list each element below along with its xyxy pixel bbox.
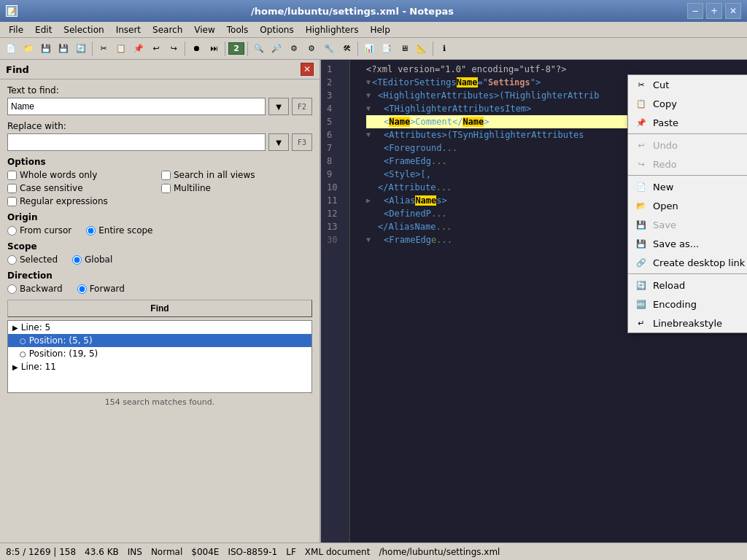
case-sensitive-checkbox[interactable] (7, 184, 17, 193)
minimize-button[interactable]: − (687, 3, 703, 19)
status-size: 43.6 KB (85, 547, 119, 557)
text-to-find-input[interactable] (7, 98, 266, 115)
regular-expressions-option[interactable]: Regular expressions (7, 196, 158, 206)
global-radio[interactable] (72, 255, 82, 265)
search-all-views-checkbox[interactable] (161, 171, 171, 180)
toolbar-redo[interactable]: ↪ (166, 41, 182, 57)
toolbar-paste[interactable]: 📌 (131, 41, 147, 57)
status-doc-type: XML document (305, 547, 371, 557)
toolbar-macro2[interactable]: ⏭ (206, 41, 222, 57)
entire-scope-option[interactable]: Entire scope (86, 225, 152, 236)
text-to-find-row: ▼ F2 (7, 98, 312, 115)
result-pos-5-5[interactable]: ○ Position: (5, 5) (8, 334, 311, 347)
toolbar-settings1[interactable]: ⚙ (286, 41, 302, 57)
menu-file[interactable]: File (3, 23, 29, 36)
menu-search[interactable]: Search (147, 23, 188, 36)
ctx-sep-3 (628, 273, 747, 274)
toolbar-open-folder[interactable]: 📁 (20, 41, 36, 57)
menu-highlighters[interactable]: Highlighters (300, 23, 365, 36)
whole-words-option[interactable]: Whole words only (7, 170, 158, 180)
toolbar-reload[interactable]: 🔄 (73, 41, 89, 57)
toolbar-settings2[interactable]: ⚙ (303, 41, 320, 57)
toolbar-sep-3 (225, 42, 225, 56)
toolbar-cut[interactable]: ✂ (96, 41, 112, 57)
ctx-redo[interactable]: ↪ Redo Ctrl+Shift+Z (628, 155, 747, 174)
result-pos-19-5[interactable]: ○ Position: (19, 5) (8, 347, 311, 360)
options-grid: Whole words only Search in all views Cas… (7, 170, 312, 206)
find-body: Text to find: ▼ F2 Replace with: ▼ F3 Op… (0, 79, 320, 414)
toolbar-macro[interactable]: ⏺ (188, 41, 204, 57)
menu-tools[interactable]: Tools (221, 23, 255, 36)
menu-options[interactable]: Options (254, 23, 299, 36)
find-button[interactable]: Find (7, 300, 312, 317)
forward-option[interactable]: Forward (77, 284, 125, 294)
ctx-undo[interactable]: ↩ Undo Ctrl+Z (628, 136, 747, 155)
ctx-cut[interactable]: ✂ Cut Ctrl+X (628, 75, 747, 94)
titlebar: 📝 /home/lubuntu/settings.xml - Notepas −… (0, 0, 747, 22)
find-panel: Find ✕ Text to find: ▼ F2 Replace with: … (0, 60, 321, 542)
toolbar-new[interactable]: 📄 (3, 41, 19, 57)
result-line-11[interactable]: ▶ Line: 11 (8, 360, 311, 373)
ctx-encoding[interactable]: 🔤 Encoding ▶ (628, 295, 747, 314)
multiline-option[interactable]: Multiline (161, 183, 312, 193)
menu-help[interactable]: Help (364, 23, 395, 36)
selected-radio[interactable] (7, 255, 17, 265)
close-button[interactable]: ✕ (725, 3, 741, 19)
regular-expressions-checkbox[interactable] (7, 197, 17, 206)
toolbar-sep-1 (92, 42, 93, 56)
ctx-reload[interactable]: 🔄 Reload F5 (628, 276, 747, 295)
maximize-button[interactable]: + (706, 3, 722, 19)
menu-insert[interactable]: Insert (110, 23, 147, 36)
ctx-paste[interactable]: 📌 Paste Ctrl+V (628, 113, 747, 132)
editor-area[interactable]: 1 2 3 4 5 6 7 8 9 10 11 12 13 30 <?xml v… (321, 60, 747, 542)
from-cursor-label: From cursor (20, 225, 71, 236)
toolbar-undo[interactable]: ↩ (148, 41, 164, 57)
text-to-find-label: Text to find: (7, 85, 312, 96)
ctx-save-as[interactable]: 💾 Save as... Ctrl+Shift+S (628, 234, 747, 253)
toolbar-save[interactable]: 💾 (38, 41, 54, 57)
global-option[interactable]: Global (72, 254, 112, 265)
search-all-views-option[interactable]: Search in all views (161, 170, 312, 180)
replace-with-input[interactable] (7, 133, 266, 151)
ctx-new[interactable]: 📄 New Ctrl+N (628, 177, 747, 196)
menu-view[interactable]: View (188, 23, 220, 36)
toolbar-info[interactable]: ℹ (436, 41, 452, 57)
ctx-save[interactable]: 💾 Save Ctrl+S (628, 215, 747, 234)
toolbar-more3[interactable]: 🖥 (396, 41, 412, 57)
entire-scope-radio[interactable] (86, 226, 96, 236)
from-cursor-option[interactable]: From cursor (7, 225, 71, 236)
replace-with-dropdown[interactable]: ▼ (268, 133, 289, 151)
text-to-find-dropdown[interactable]: ▼ (268, 98, 289, 115)
cut-icon: ✂ (634, 77, 649, 92)
toolbar-more2[interactable]: 📑 (379, 41, 395, 57)
result-line-5[interactable]: ▶ Line: 5 (8, 321, 311, 334)
toolbar-filter[interactable]: 🔎 (268, 41, 285, 57)
menu-edit[interactable]: Edit (29, 23, 58, 36)
ctx-desktop-link[interactable]: 🔗 Create desktop link Ctrl+Alt+L (628, 253, 747, 272)
toolbar-more4[interactable]: 📐 (414, 41, 430, 57)
find-results[interactable]: ▶ Line: 5 ○ Position: (5, 5) ○ Position:… (7, 320, 312, 393)
toolbar-save-all[interactable]: 💾 (55, 41, 71, 57)
toolbar-sep-4 (247, 42, 248, 56)
toolbar: 📄 📁 💾 💾 🔄 ✂ 📋 📌 ↩ ↪ ⏺ ⏭ 2 🔍 🔎 ⚙ ⚙ 🔧 🛠 📊 … (0, 38, 747, 60)
selected-option[interactable]: Selected (7, 254, 58, 265)
toolbar-settings3[interactable]: 🔧 (321, 41, 337, 57)
toolbar-copy[interactable]: 📋 (113, 41, 129, 57)
result-text-11: Line: 11 (21, 362, 56, 372)
ctx-open[interactable]: 📂 Open Ctrl+O (628, 196, 747, 215)
toolbar-search[interactable]: 🔍 (251, 41, 267, 57)
case-sensitive-option[interactable]: Case sensitive (7, 183, 158, 193)
toolbar-more1[interactable]: 📊 (361, 41, 377, 57)
multiline-checkbox[interactable] (161, 184, 171, 193)
backward-option[interactable]: Backward (7, 284, 63, 294)
ctx-save-as-label: Save as... (653, 238, 747, 249)
backward-radio[interactable] (7, 284, 17, 294)
toolbar-settings4[interactable]: 🛠 (338, 41, 355, 57)
whole-words-checkbox[interactable] (7, 171, 17, 180)
menu-selection[interactable]: Selection (58, 23, 109, 36)
find-close-button[interactable]: ✕ (301, 63, 314, 76)
ctx-copy[interactable]: 📋 Copy (628, 94, 747, 113)
from-cursor-radio[interactable] (7, 226, 17, 236)
ctx-linebreak[interactable]: ↵ Linebreakstyle ▶ (628, 314, 747, 332)
forward-radio[interactable] (77, 284, 87, 294)
